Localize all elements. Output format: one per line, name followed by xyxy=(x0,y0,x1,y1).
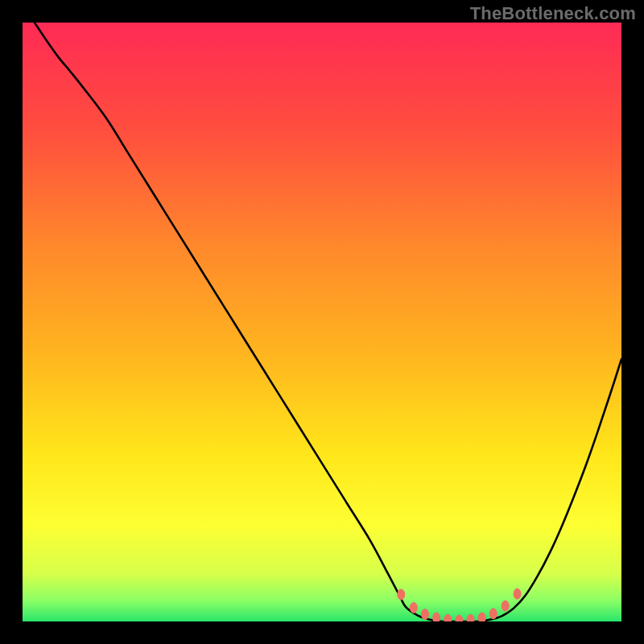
valley-marker xyxy=(444,614,452,621)
gradient-background xyxy=(23,23,621,621)
valley-marker xyxy=(410,602,417,613)
valley-marker xyxy=(433,613,440,621)
gradient-plot xyxy=(23,23,621,621)
chart-frame: TheBottleneck.com xyxy=(0,0,644,644)
valley-marker xyxy=(478,613,485,621)
plot-area xyxy=(23,23,621,621)
valley-marker xyxy=(489,609,497,619)
valley-marker xyxy=(398,589,405,600)
valley-marker xyxy=(456,615,463,621)
valley-marker xyxy=(421,609,428,620)
valley-marker xyxy=(502,601,509,611)
watermark-text: TheBottleneck.com xyxy=(470,3,636,24)
valley-marker xyxy=(514,588,521,599)
valley-marker xyxy=(467,614,474,621)
